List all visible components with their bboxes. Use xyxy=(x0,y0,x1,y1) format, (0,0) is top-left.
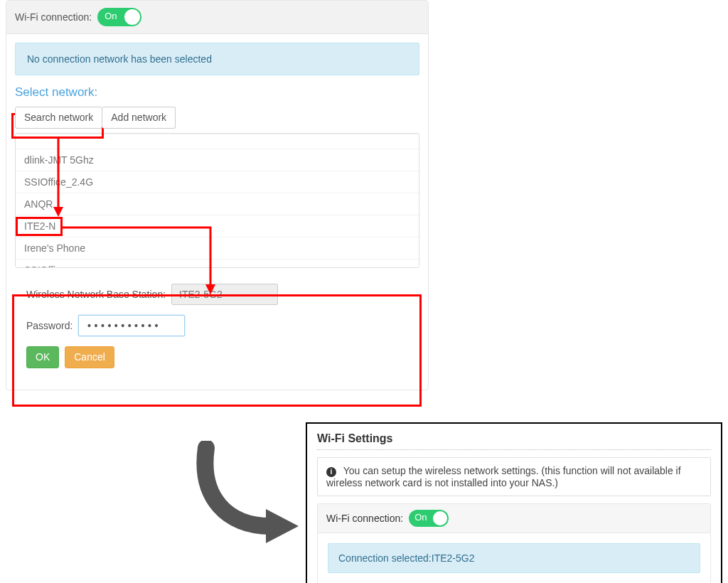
svg-marker-3 xyxy=(266,509,299,543)
wifi-panel: Wi-Fi connection: On No connection netwo… xyxy=(6,0,429,390)
wifi-connection-label: Wi-Fi connection: xyxy=(15,11,92,23)
wifi-panel-body: No connection network has been selected … xyxy=(6,34,428,390)
toggle-knob-2 xyxy=(433,511,447,525)
network-item[interactable]: SSIOffice_2.4G xyxy=(16,171,419,193)
wifi-header: Wi-Fi connection: On xyxy=(6,1,428,34)
toggle-on-label-2: On xyxy=(414,512,427,523)
select-network-title: Select network: xyxy=(15,85,419,100)
network-item[interactable]: Irene's Phone xyxy=(16,237,419,260)
network-item[interactable]: ITE2-N xyxy=(16,215,419,237)
connection-selected-alert: Connection selected:ITE2-5G2 xyxy=(328,543,700,573)
info-box: i You can setup the wireless network set… xyxy=(317,457,711,496)
wifi-settings-result-panel: Wi-Fi Settings i You can setup the wirel… xyxy=(306,422,722,583)
toggle-knob xyxy=(124,9,140,25)
add-network-button[interactable]: Add network xyxy=(102,107,176,129)
search-network-button[interactable]: Search network xyxy=(15,107,102,129)
cancel-button[interactable]: Cancel xyxy=(65,346,114,368)
base-station-row: Wireless Network Base Station: xyxy=(26,284,408,305)
network-list[interactable]: dlink-JMT 5Ghz SSIOffice_2.4G ANQR ITE2-… xyxy=(15,133,419,268)
wifi-settings-title: Wi-Fi Settings xyxy=(317,432,711,445)
info-text: You can setup the wireless network setti… xyxy=(326,465,681,488)
info-icon: i xyxy=(326,467,336,477)
base-station-field xyxy=(171,284,278,305)
wifi-toggle-2[interactable]: On xyxy=(409,510,449,527)
wifi-settings-body: Connection selected:ITE2-5G2 xyxy=(317,533,711,583)
network-item[interactable]: dlink-JMT 5Ghz xyxy=(16,149,419,171)
wifi-connection-label-2: Wi-Fi connection: xyxy=(326,513,403,524)
form-buttons: OK Cancel xyxy=(26,346,408,368)
wifi-toggle[interactable]: On xyxy=(97,8,141,26)
status-alert: No connection network has been selected xyxy=(15,43,419,75)
password-field[interactable] xyxy=(78,315,185,336)
password-label: Password: xyxy=(26,320,73,331)
divider xyxy=(317,449,711,450)
base-station-label: Wireless Network Base Station: xyxy=(26,289,166,300)
toggle-on-label: On xyxy=(105,11,117,21)
wifi-header-2: Wi-Fi connection: On xyxy=(317,503,711,533)
network-item[interactable]: ANQR xyxy=(16,193,419,215)
password-row: Password: xyxy=(26,315,408,336)
network-item[interactable] xyxy=(16,134,419,149)
network-item[interactable]: SSIOffice xyxy=(16,260,419,268)
credentials-form: Wireless Network Base Station: Password:… xyxy=(15,268,419,381)
flow-arrow-icon xyxy=(192,441,306,547)
network-tabs: Search network Add network xyxy=(15,107,176,129)
ok-button[interactable]: OK xyxy=(26,346,59,368)
